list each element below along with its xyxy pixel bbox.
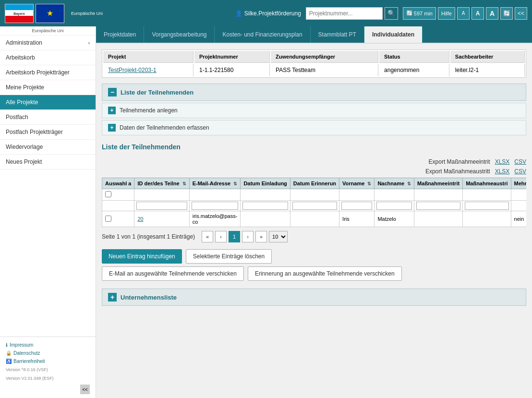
font-large-label: A [490,10,495,17]
sidebar-item-administration-label: Administration [6,39,42,46]
help-label: Hilfe [441,11,452,16]
sidebar-item-neues-projekt-label: Neues Projekt [6,158,42,165]
tab-vorgangsbearbeitung[interactable]: Vorgangsbearbeitung [144,26,215,43]
sort-vorname[interactable]: ⇅ [367,181,371,186]
sidebar: Europäische Uni Administration › Arbeits… [0,26,96,398]
project-name: TestProjekt-0203-1 [103,64,193,76]
new-entry-button[interactable]: Neuen Eintrag hinzufügen [102,249,182,264]
col-header-sachbearbeiter: Sachbearbeiter [450,51,525,63]
table-filter-row [102,201,527,211]
page-size-select[interactable]: 10 25 50 [269,231,288,242]
row-checkbox[interactable] [105,216,111,222]
sidebar-arrow-administration: › [88,40,90,46]
project-name-link[interactable]: TestProjekt-0203-1 [108,67,157,73]
timer-icon: 🔄 [406,10,413,16]
sidebar-item-alle-projekte[interactable]: Alle Projekte [0,95,96,110]
filter-massnahmeaustri[interactable] [465,202,508,210]
sort-nachname[interactable]: ⇅ [407,181,411,186]
tab-kosten[interactable]: Kosten- und Finanzierungsplan [215,26,310,43]
sidebar-item-postfach[interactable]: Postfach [0,110,96,125]
main-content: Projektdaten Vorgangsbearbeitung Kosten-… [96,26,532,398]
sidebar-item-arbeitskorb[interactable]: Arbeitskorb [0,50,96,65]
select-all-checkbox[interactable] [105,191,111,197]
sidebar-item-administration[interactable]: Administration › [0,36,96,50]
col-mehrfac: Mehrfac [511,178,526,189]
page-last[interactable]: » [255,231,267,242]
font-medium-button[interactable]: A [472,7,484,20]
help-button[interactable]: Hilfe [438,7,455,20]
sort-email[interactable]: ⇅ [233,181,237,186]
page-prev[interactable]: ‹ [215,231,227,242]
datenschutz-link[interactable]: 🔒 Datenschutz [6,349,90,357]
sidebar-item-meine-projekte[interactable]: Meine Projekte [0,80,96,95]
impressum-link[interactable]: ℹ Impressum [6,341,90,349]
search-button[interactable]: 🔍 [385,7,398,20]
subsection1-toggle[interactable]: + [108,107,116,114]
list-section-title: Liste der Teilnehmenden [102,143,526,153]
impressum-label: Impressum [10,342,33,348]
version1: Version ^8.0.16 (VSF) [6,365,90,374]
sidebar-item-arbeitskorb-pt[interactable]: Arbeitskorb Projektträger [0,65,96,80]
table-row: 20 iris.matzelo@pass-co Iris Matzelo nei… [102,211,527,227]
tabs-bar: Projektdaten Vorgangsbearbeitung Kosten-… [96,26,532,44]
sidebar-item-neues-projekt[interactable]: Neues Projekt [0,155,96,169]
project-sachbearbeiter: leiter.I2-1 [450,64,525,76]
subsection-anlegen[interactable]: + Teilnehmende anlegen [102,103,526,118]
row-vorname: Iris [339,211,375,227]
send-reminder-button[interactable]: Erinnerung an ausgewählte Teilnehmende v… [248,266,402,281]
back-button[interactable]: << [515,7,527,20]
subsection-erfassen[interactable]: + Daten der Teilnehmenden erfassen [102,120,526,135]
sidebar-item-wiedervorlage[interactable]: Wiedervorlage [0,140,96,155]
tab-individualdaten[interactable]: Individualdaten [364,26,423,43]
filter-massnahmeeintrit[interactable] [416,202,460,210]
tab-stammblatt[interactable]: Stammblatt PT [311,26,364,43]
section-unternehmensliste[interactable]: + Unternehmensliste [102,289,526,306]
row-mehrfac: nein [511,211,526,227]
content-area: Projekt Projektnummer Zuwendungsempfänge… [96,44,532,314]
back-icon: << [518,10,524,17]
tab-individualdaten-label: Individualdaten [372,31,414,38]
refresh-button[interactable]: 🔄 [500,7,513,20]
collapse-icon: << [82,387,88,392]
sort-id[interactable]: ⇅ [182,181,186,186]
filter-vorname[interactable] [341,202,372,210]
col-vorname: Vorname ⇅ [339,178,375,189]
barrierefreiheit-link[interactable]: ♿ Barrierefreiheit [6,357,90,365]
row-id-link[interactable]: 20 [137,216,143,222]
export2-csv[interactable]: CSV [514,168,526,175]
export1-xlsx[interactable]: XLSX [495,158,510,165]
filter-nachname[interactable] [376,202,412,210]
tab-projektdaten[interactable]: Projektdaten [96,26,144,43]
page-next[interactable]: › [242,231,254,242]
col-auswahl: Auswahl a [102,178,134,189]
filter-datum-einladung[interactable] [242,202,288,210]
font-large-button[interactable]: A [486,7,498,20]
delete-selected-button[interactable]: Selektierte Einträge löschen [186,249,272,264]
eu-logo: ★ [36,4,64,23]
sidebar-collapse-button[interactable]: << [80,385,90,394]
page-current[interactable]: 1 [229,231,240,242]
section-toggle-btn[interactable]: − [108,88,117,96]
section-teilnehmende[interactable]: − Liste der Teilnehmenden [102,84,526,101]
font-small-label: A [462,11,465,16]
font-small-button[interactable]: A [457,7,470,20]
version2: Version V2.01.048 (ESF) [6,374,90,383]
export2-xlsx[interactable]: XLSX [495,168,510,175]
search-input[interactable] [306,7,383,20]
bottom-toggle-btn[interactable]: + [108,293,117,302]
filter-id[interactable] [136,202,187,210]
page-first[interactable]: « [202,231,213,242]
col-massnahmeeintrit: Maßnahmeeintrit [414,178,463,189]
sidebar-item-postfach-pt[interactable]: Postfach Projektträger [0,125,96,140]
export1-csv[interactable]: CSV [514,158,526,165]
list-section: Liste der Teilnehmenden Export Maßnahmee… [102,143,526,281]
filter-email[interactable] [192,202,239,210]
sidebar-item-postfach-label: Postfach [6,114,28,121]
user-info: 👤 Silke.Projektförderung [235,10,301,17]
table-header-checkbox-row [102,189,527,201]
header: Bayern ★ Europäische Uni 👤 Silke.Projekt… [0,0,532,26]
send-email-button[interactable]: E-Mail an ausgewählte Teilnehmende versc… [102,266,244,281]
subsection2-toggle[interactable]: + [108,124,116,132]
timer-button[interactable]: 🔄 597 min [403,7,436,20]
filter-datum-erinnerung[interactable] [292,202,337,210]
